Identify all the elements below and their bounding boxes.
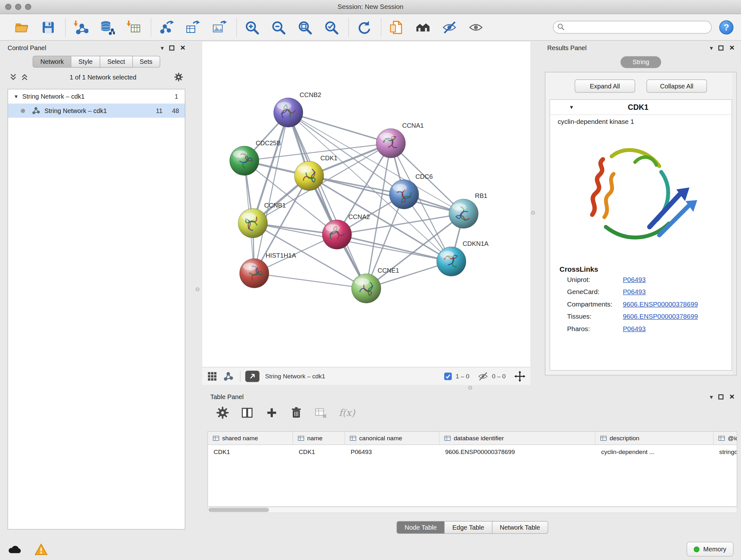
tab-sets[interactable]: Sets (132, 56, 160, 68)
string-tab-badge[interactable]: String (620, 56, 661, 68)
panel-close-icon[interactable]: × (730, 45, 735, 50)
panel-collapse-icon[interactable]: ▾ (710, 44, 713, 51)
birds-eye-view-button[interactable] (246, 370, 259, 382)
network-node-CDC25B[interactable] (230, 146, 259, 176)
table-row[interactable]: CDK1CDK1P064939606.ENSP00000378699cyclin… (208, 445, 737, 458)
network-row[interactable]: String Network – cdk1 11 48 (8, 104, 185, 118)
network-node-CDKN1A[interactable] (436, 247, 466, 276)
crosslink-value-link[interactable]: P06493 (623, 288, 646, 296)
splitter-handle[interactable] (531, 211, 535, 214)
expand-all-icon[interactable] (21, 73, 28, 81)
import-table-button[interactable] (124, 17, 144, 38)
collection-expand-icon[interactable]: ▾ (15, 93, 17, 100)
network-node-RB1[interactable] (449, 199, 478, 228)
cloud-status-button[interactable] (7, 543, 23, 557)
crosslink-value-link[interactable]: P06493 (623, 325, 646, 332)
network-edge[interactable] (288, 112, 391, 143)
automation-document-button[interactable] (386, 17, 407, 38)
network-options-gear-icon[interactable] (174, 72, 184, 82)
help-button[interactable]: ? (719, 20, 733, 34)
panel-close-icon[interactable]: × (730, 394, 735, 399)
hide-unhide-button[interactable] (439, 17, 460, 38)
tab-style[interactable]: Style (71, 56, 100, 68)
network-node-CCNA1[interactable] (376, 129, 406, 158)
export-network-button[interactable] (156, 17, 177, 38)
network-edge[interactable] (254, 273, 366, 288)
pan-crosshair-icon[interactable] (514, 370, 526, 382)
column-header[interactable]: shared name (208, 432, 293, 444)
column-type-icon (350, 435, 356, 442)
network-edge[interactable] (254, 112, 288, 273)
splitter-handle[interactable] (196, 287, 199, 291)
toolbar-separator (151, 18, 151, 37)
entry-collapse-icon[interactable]: ▾ (570, 104, 573, 111)
splitter-handle[interactable] (468, 386, 472, 389)
add-column-icon[interactable] (265, 406, 278, 419)
selected-checkbox-icon[interactable] (444, 372, 452, 380)
panel-close-icon[interactable]: × (180, 45, 185, 50)
node-label: RB1 (475, 192, 487, 199)
expand-all-button[interactable]: Expand All (575, 79, 635, 92)
zoom-out-button[interactable] (268, 17, 289, 38)
warnings-button[interactable] (33, 543, 49, 557)
panel-float-icon[interactable] (719, 394, 724, 399)
zoom-in-button[interactable] (242, 17, 262, 38)
panel-float-icon[interactable] (170, 45, 175, 50)
network-edge[interactable] (288, 112, 366, 288)
panel-collapse-icon[interactable]: ▾ (160, 44, 164, 51)
show-columns-icon[interactable] (241, 406, 254, 419)
network-node-CCNB1[interactable] (238, 208, 267, 238)
column-header[interactable]: database identifier (440, 432, 596, 444)
tab-network[interactable]: Network (33, 56, 71, 68)
tab-select[interactable]: Select (100, 56, 132, 68)
panel-float-icon[interactable] (719, 45, 724, 50)
crosslink-value-link[interactable]: 9606.ENSP00000378699 (623, 300, 698, 308)
crosslink-value-link[interactable]: P06493 (623, 275, 646, 283)
zoom-selected-button[interactable] (321, 17, 342, 38)
export-image-button[interactable] (209, 17, 230, 38)
network-view[interactable]: CCNB2CCNA1CDC25BCDK1CDC6RB1CCNB1CCNA2CDK… (202, 42, 530, 385)
column-header[interactable]: @id (714, 432, 737, 444)
network-node-CDC6[interactable] (389, 180, 419, 209)
tab-edge-table[interactable]: Edge Table (445, 521, 492, 534)
import-network-from-file-button[interactable] (71, 17, 91, 38)
delete-column-icon[interactable] (290, 406, 303, 419)
table-hscrollbar[interactable] (207, 507, 737, 513)
column-header[interactable]: description (596, 432, 714, 444)
results-scrollbar[interactable] (732, 73, 736, 374)
import-network-from-database-button[interactable] (97, 17, 118, 38)
network-node-CCNA2[interactable] (322, 220, 352, 249)
save-session-button[interactable] (38, 17, 58, 38)
show-graphics-details-button[interactable] (466, 17, 486, 38)
network-edge[interactable] (337, 235, 451, 261)
table-body: CDK1CDK1P064939606.ENSP00000378699cyclin… (208, 445, 737, 458)
table-options-gear-icon[interactable] (216, 406, 229, 419)
column-header[interactable]: name (293, 432, 345, 444)
export-table-button[interactable] (183, 17, 203, 38)
collapse-all-button[interactable]: Collapse All (647, 79, 707, 92)
search-input[interactable] (553, 21, 712, 34)
network-node-CCNE1[interactable] (352, 273, 381, 303)
tab-network-table[interactable]: Network Table (492, 521, 548, 534)
network-canvas[interactable]: CCNB2CCNA1CDC25BCDK1CDC6RB1CCNB1CCNA2CDK… (202, 42, 530, 367)
current-network-bullet-icon (21, 109, 25, 113)
panel-collapse-icon[interactable]: ▾ (710, 393, 713, 400)
tab-node-table[interactable]: Node Table (397, 521, 445, 534)
zoom-fit-button[interactable] (294, 17, 315, 38)
crosslink-value-link[interactable]: 9606.ENSP00000378699 (623, 313, 698, 320)
scrollbar-thumb[interactable] (208, 508, 269, 512)
network-node-CDK1[interactable] (294, 161, 324, 191)
network-share-icon[interactable] (223, 371, 233, 381)
memory-button[interactable]: Memory (687, 542, 733, 557)
hidden-eye-slash-icon[interactable] (478, 371, 488, 381)
string-homes-button[interactable] (413, 17, 433, 38)
grid-view-icon[interactable] (207, 371, 218, 381)
column-header[interactable]: canonical name (345, 432, 440, 444)
refresh-view-button[interactable] (354, 17, 374, 38)
collapse-all-icon[interactable] (10, 73, 17, 81)
column-header-label: description (610, 435, 639, 442)
network-node-HIST1H1A[interactable] (240, 259, 269, 288)
network-node-CCNB2[interactable] (273, 98, 303, 127)
open-session-button[interactable] (11, 17, 32, 38)
network-collection-row[interactable]: ▾ String Network – cdk1 1 (8, 89, 185, 104)
